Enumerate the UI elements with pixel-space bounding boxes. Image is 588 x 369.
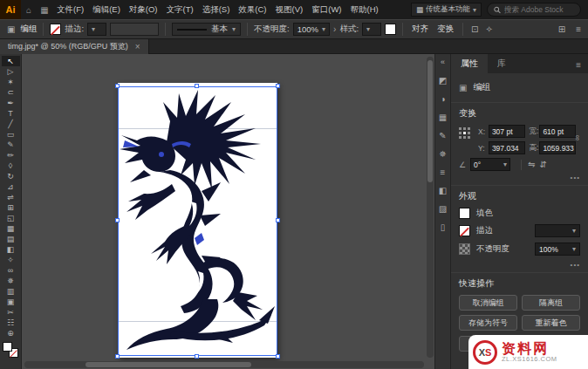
tab-libraries[interactable]: 库 xyxy=(488,54,516,73)
menu-item-3[interactable]: 文字(T) xyxy=(162,0,198,19)
x-input[interactable]: 307 pt xyxy=(489,125,525,138)
swatches-panel-icon[interactable]: ▦ xyxy=(434,108,451,126)
horizontal-scrollbar[interactable] xyxy=(24,361,424,368)
color-guide-panel-icon[interactable]: ◑ xyxy=(434,90,451,108)
style-swatch[interactable] xyxy=(385,24,396,35)
vertical-scrollbar[interactable] xyxy=(427,57,434,358)
opacity-select[interactable]: 100%▾ xyxy=(535,243,580,256)
constrain-proportions-icon[interactable]: ∞ xyxy=(573,135,582,140)
brush-definition-select[interactable]: 基本 ▾ xyxy=(172,23,241,36)
reference-point-locator[interactable] xyxy=(459,127,471,140)
isolate-selected-icon[interactable]: ⊡ xyxy=(469,24,480,34)
scrollbar-thumb[interactable] xyxy=(427,60,433,182)
search-input[interactable] xyxy=(504,5,574,14)
transform-more-options[interactable]: ••• xyxy=(459,174,580,181)
mesh-tool[interactable]: ▤ xyxy=(2,234,20,244)
pencil-tool[interactable]: ✏ xyxy=(2,150,20,161)
lasso-tool[interactable]: ⊂ xyxy=(2,87,20,98)
stroke-weight-select[interactable]: ▾ xyxy=(535,224,580,237)
menu-item-0[interactable]: 文件(F) xyxy=(52,0,88,19)
dragon-artwork[interactable] xyxy=(118,83,277,358)
menu-item-4[interactable]: 选择(S) xyxy=(198,0,235,19)
shape-builder-tool[interactable]: ◱ xyxy=(2,213,20,223)
menu-item-2[interactable]: 对象(O) xyxy=(125,0,162,19)
appearance-more-options[interactable]: ••• xyxy=(459,261,580,269)
transform-link[interactable]: 变换 xyxy=(434,24,456,35)
panel-menu-icon[interactable]: ≡ xyxy=(569,57,588,73)
blend-tool[interactable]: ∞ xyxy=(2,265,20,276)
menu-item-1[interactable]: 编辑(E) xyxy=(88,0,125,19)
app-logo-icon[interactable]: Ai xyxy=(0,0,21,19)
scrollbar-thumb[interactable] xyxy=(85,362,251,367)
document-tab[interactable]: timg.jpg* @ 50% (RGB/GPU 预览) × xyxy=(0,39,149,54)
selection-tool[interactable]: ↖ xyxy=(2,56,20,66)
canvas[interactable] xyxy=(22,54,434,369)
opacity-select[interactable]: 100%▾ xyxy=(293,23,330,36)
type-tool[interactable]: T xyxy=(2,108,20,119)
symbol-sprayer-tool[interactable]: ✵ xyxy=(2,276,20,286)
column-graph-tool[interactable]: ▥ xyxy=(2,286,20,297)
gradient-panel-icon[interactable]: ◧ xyxy=(434,181,451,200)
menu-item-5[interactable]: 效果(C) xyxy=(234,0,270,19)
close-tab-icon[interactable]: × xyxy=(135,42,140,51)
eyedropper-tool[interactable]: ✧ xyxy=(2,255,20,265)
rectangle-tool[interactable]: ▭ xyxy=(2,129,20,140)
paintbrush-tool[interactable]: ✎ xyxy=(2,140,20,150)
chevron-right-icon[interactable]: › xyxy=(333,24,336,34)
fill-color-swatch[interactable] xyxy=(459,208,470,219)
width-profile-select[interactable] xyxy=(110,23,159,36)
panel-menu-icon[interactable]: ≡ xyxy=(574,24,583,34)
width-tool[interactable]: ⇌ xyxy=(2,192,20,202)
menu-item-8[interactable]: 帮助(H) xyxy=(346,0,383,19)
select-similar-icon[interactable]: ✧ xyxy=(483,24,494,34)
tab-properties[interactable]: 属性 xyxy=(451,54,488,73)
arrange-documents-icon[interactable]: ▦ xyxy=(37,5,52,15)
rotation-select[interactable]: 0° ▾ xyxy=(470,158,510,171)
fill-stroke-indicator[interactable] xyxy=(3,342,18,358)
stroke-color-swatch[interactable] xyxy=(50,24,61,35)
height-input[interactable]: 1059.933 xyxy=(539,141,576,154)
expand-panels-button[interactable]: « xyxy=(441,54,445,72)
arrange-icon[interactable]: ⊞ xyxy=(557,24,567,34)
symbols-panel-icon[interactable]: ✵ xyxy=(434,145,451,163)
rotate-tool[interactable]: ↻ xyxy=(2,171,20,181)
workspace-switcher[interactable]: ▦ 传统基本功能 ▾ xyxy=(411,3,482,17)
fill-swatch[interactable] xyxy=(3,342,12,352)
zoom-tool[interactable]: ⊕ xyxy=(2,328,20,338)
width-input[interactable]: 610 pt xyxy=(539,125,576,138)
magic-wand-tool[interactable]: ✶ xyxy=(2,77,20,87)
stroke-color-swatch[interactable] xyxy=(459,225,470,236)
menu-item-7[interactable]: 窗口(W) xyxy=(307,0,345,19)
stock-search-box[interactable] xyxy=(487,3,581,17)
align-link[interactable]: 对齐 xyxy=(409,24,431,35)
stroke-weight-select[interactable]: ▾ xyxy=(87,23,106,36)
transparency-panel-icon[interactable]: ▨ xyxy=(434,200,451,218)
pen-tool[interactable]: ✒ xyxy=(2,98,20,108)
recolor-button[interactable]: 重新着色 xyxy=(522,315,580,331)
perspective-grid-tool[interactable]: ▦ xyxy=(2,223,20,234)
line-segment-tool[interactable]: ╱ xyxy=(2,119,20,129)
artboard[interactable] xyxy=(118,83,277,358)
direct-selection-tool[interactable]: ▷ xyxy=(2,66,20,77)
y-input[interactable]: 397.034 xyxy=(489,141,525,154)
flip-horizontal-icon[interactable]: ⇋ xyxy=(528,160,535,169)
home-icon[interactable]: ⌂ xyxy=(21,5,37,15)
scale-tool[interactable]: ⊿ xyxy=(2,181,20,192)
free-transform-tool[interactable]: ⊞ xyxy=(2,202,20,213)
menu-item-6[interactable]: 视图(V) xyxy=(271,0,308,19)
isolate-group-button[interactable]: 隔离组 xyxy=(522,295,580,311)
style-select[interactable]: ▾ xyxy=(362,23,381,36)
stroke-panel-icon[interactable]: ≡ xyxy=(434,163,451,181)
gradient-tool[interactable]: ◧ xyxy=(2,244,20,255)
eraser-tool[interactable]: ◊ xyxy=(2,161,20,171)
flip-vertical-icon[interactable]: ⇵ xyxy=(539,160,546,169)
watermark-url: ZL.XS1616.COM xyxy=(502,356,557,363)
color-panel-icon[interactable]: ◩ xyxy=(434,72,451,90)
brushes-panel-icon[interactable]: ✎ xyxy=(434,126,451,145)
save-as-symbol-button[interactable]: 存储为符号 xyxy=(459,315,517,331)
artboard-tool[interactable]: ▣ xyxy=(2,297,20,307)
slice-tool[interactable]: ✂ xyxy=(2,307,20,318)
layers-panel-icon[interactable]: ▯ xyxy=(434,218,451,236)
hand-tool[interactable]: ☷ xyxy=(2,318,20,328)
ungroup-button[interactable]: 取消编组 xyxy=(459,295,517,311)
